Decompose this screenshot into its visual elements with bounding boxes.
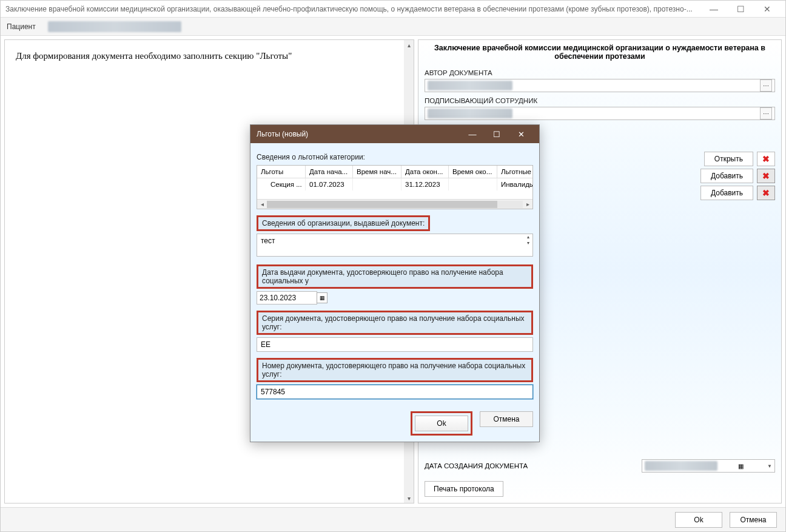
- cell-end-time: [449, 178, 497, 190]
- cell-category: Инвалиды: [497, 178, 532, 190]
- signer-browse-button[interactable]: ⋯: [760, 107, 772, 120]
- delete-add-button-1[interactable]: ✖: [757, 169, 775, 183]
- series-label-highlighted: Серия документа, удостоверяющего право н…: [257, 311, 533, 335]
- scroll-up-icon[interactable]: ▴: [404, 40, 414, 50]
- calendar-button[interactable]: ▦: [317, 292, 328, 303]
- scroll-down-icon[interactable]: ▾: [404, 493, 414, 503]
- grid-row[interactable]: Секция ... 01.07.2023 31.12.2023 Инвалид…: [257, 178, 532, 190]
- signer-value-redacted: [428, 109, 512, 118]
- cell-start-time: [353, 178, 401, 190]
- patient-label: Пациент: [7, 22, 36, 31]
- benefits-dialog: Льготы (новый) — ☐ ✕ Сведения о льготной…: [250, 124, 540, 442]
- spin-down-icon[interactable]: ▾: [524, 240, 532, 246]
- x-icon: ✖: [762, 154, 770, 164]
- scroll-right-icon[interactable]: ▸: [523, 201, 532, 207]
- print-protocol-button[interactable]: Печать протокола: [425, 481, 503, 497]
- series-input[interactable]: [257, 337, 533, 352]
- date-created-combo[interactable]: ▦ ▼: [642, 459, 775, 473]
- open-button[interactable]: Открыть: [704, 152, 753, 166]
- calendar-icon: ▦: [320, 295, 325, 301]
- number-input[interactable]: [257, 385, 533, 399]
- signer-label: ПОДПИСЫВАЮЩИЙ СОТРУДНИК: [425, 97, 775, 104]
- fill-benefits-prompt: Для формирования документа необходимо за…: [16, 51, 292, 61]
- main-cancel-button[interactable]: Отмена: [730, 512, 777, 528]
- ok-button-highlight: Ok: [411, 411, 472, 436]
- author-input[interactable]: ⋯: [425, 79, 775, 92]
- delete-open-button[interactable]: ✖: [757, 152, 775, 166]
- issue-date-input[interactable]: [257, 291, 317, 305]
- x-icon: ✖: [762, 188, 770, 198]
- calendar-icon: ▦: [738, 463, 744, 470]
- col-category[interactable]: Льготные: [497, 166, 532, 178]
- dialog-close-button[interactable]: ✕: [509, 125, 533, 143]
- author-label: АВТОР ДОКУМЕНТА: [425, 69, 775, 76]
- toolbar: Пациент: [1, 18, 785, 36]
- benefits-grid[interactable]: Льготы Дата нача... Время нач... Дата ок…: [257, 165, 533, 209]
- dialog-maximize-button[interactable]: ☐: [485, 125, 509, 143]
- spin-up-icon[interactable]: ▴: [524, 234, 532, 240]
- dialog-title: Льготы (новый): [257, 130, 460, 138]
- org-label-highlighted: Сведения об организации, выдавшей докуме…: [257, 215, 430, 231]
- add-button-1[interactable]: Добавить: [700, 169, 753, 183]
- cell-start-date: 01.07.2023: [306, 178, 353, 190]
- number-label-highlighted: Номер документа, удостоверяющего право н…: [257, 358, 533, 382]
- dialog-footer: Ok Отмена: [250, 405, 539, 442]
- x-icon: ✖: [762, 171, 770, 181]
- grid-h-scrollbar[interactable]: ◂ ▸: [257, 199, 532, 209]
- signer-input[interactable]: ⋯: [425, 107, 775, 120]
- textarea-spinner[interactable]: ▴▾: [524, 234, 532, 246]
- cell-benefits: Секция ...: [257, 178, 306, 190]
- scroll-left-icon[interactable]: ◂: [257, 201, 267, 207]
- dialog-titlebar: Льготы (новый) — ☐ ✕: [250, 125, 539, 143]
- date-label-highlighted: Дата выдачи документа, удостоверяющего п…: [257, 264, 533, 289]
- col-start-date[interactable]: Дата нача...: [306, 166, 353, 178]
- col-end-time[interactable]: Время око...: [449, 166, 497, 178]
- patient-name-redacted: [48, 21, 181, 32]
- delete-add-button-2[interactable]: ✖: [757, 186, 775, 200]
- dialog-ok-button[interactable]: Ok: [415, 416, 468, 431]
- author-value-redacted: [428, 81, 512, 90]
- titlebar: Заключение врачебной комиссии медицинско…: [1, 1, 785, 18]
- date-created-redacted: [645, 461, 717, 471]
- window-title: Заключение врачебной комиссии медицинско…: [5, 5, 700, 13]
- date-created-label: ДАТА СОЗДАНИЯ ДОКУМЕНТА: [425, 462, 528, 470]
- col-start-time[interactable]: Время нач...: [353, 166, 401, 178]
- main-footer: Ok Отмена: [1, 507, 785, 531]
- panel-title: Заключение врачебной комиссии медицинско…: [425, 42, 775, 64]
- dropdown-icon: ▼: [767, 463, 772, 469]
- add-button-2[interactable]: Добавить: [700, 186, 753, 200]
- dialog-minimize-button[interactable]: —: [460, 125, 485, 143]
- author-browse-button[interactable]: ⋯: [760, 79, 772, 92]
- dialog-body: Сведения о льготной категории: Льготы Да…: [250, 143, 539, 405]
- category-section-title: Сведения о льготной категории:: [257, 153, 533, 161]
- minimize-button[interactable]: —: [700, 1, 727, 18]
- close-button[interactable]: ✕: [754, 1, 781, 18]
- cell-end-date: 31.12.2023: [401, 178, 449, 190]
- main-ok-button[interactable]: Ok: [675, 512, 722, 528]
- org-textarea[interactable]: [257, 234, 533, 257]
- maximize-button[interactable]: ☐: [727, 1, 754, 18]
- col-end-date[interactable]: Дата окон...: [401, 166, 449, 178]
- col-benefits[interactable]: Льготы: [257, 166, 306, 178]
- dialog-cancel-button[interactable]: Отмена: [480, 411, 533, 427]
